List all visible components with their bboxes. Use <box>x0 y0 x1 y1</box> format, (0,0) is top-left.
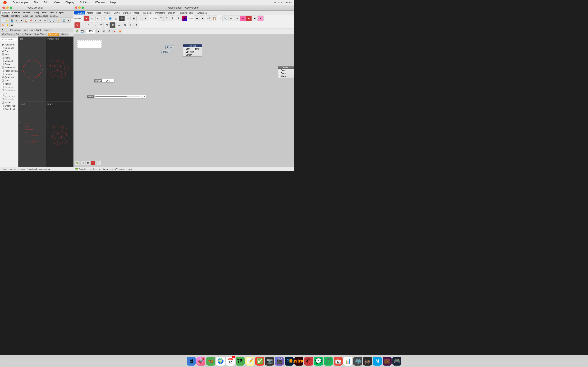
gh-menu-intersect[interactable]: Intersect <box>141 11 153 15</box>
gh-line-sdl-node[interactable]: Line SDL Start Line Direction <box>183 44 202 57</box>
tab-surface-tools[interactable]: Surface Tools <box>35 15 49 17</box>
gh-btn-stop[interactable]: ✕ <box>91 161 95 165</box>
tool-cut[interactable]: ✂ <box>19 18 24 23</box>
tool-zoom-out[interactable]: 🔎 <box>52 18 57 23</box>
tab-curve-tools[interactable]: Curve Tools <box>21 15 34 17</box>
gh-length-node[interactable]: length 70 ◇ <box>94 79 114 83</box>
snap-item-smarttrack[interactable]: SmartTrack <box>0 104 18 108</box>
tool-select[interactable]: 🖱 <box>43 18 47 23</box>
tool-circle-param[interactable]: ○ <box>89 16 95 21</box>
gh-point-param-1[interactable]: Point <box>165 45 174 49</box>
tool-num9[interactable]: 9 <box>128 22 133 28</box>
snap-item-on-curve[interactable]: On curve <box>0 85 18 89</box>
snap-item-tangent[interactable]: Tangent <box>0 72 18 76</box>
tool-copy[interactable]: 📋 <box>24 18 28 23</box>
tool-bbox[interactable]: ⊡ <box>104 22 110 28</box>
gh-length-stepper[interactable]: ◇ <box>109 80 111 82</box>
tool-curve-param[interactable]: ∿ <box>95 16 101 21</box>
snap-history[interactable]: History <box>59 33 69 36</box>
menu-file[interactable]: File <box>33 0 39 4</box>
tool-undo[interactable]: ↩ <box>33 18 38 23</box>
gh-menu-sets[interactable]: Sets <box>95 11 103 15</box>
gh-menu-panelingtools[interactable]: PanelingTools <box>177 11 194 15</box>
gh-menu-maths[interactable]: Maths <box>85 11 95 15</box>
gh-canvas-btn-flame[interactable]: 🔥 <box>118 29 122 33</box>
gh-point-param-2[interactable]: Point <box>161 50 170 54</box>
gh-menu-curve[interactable]: Curve <box>112 11 121 15</box>
tool-x2[interactable]: ✕ <box>74 22 80 28</box>
tool-point-param[interactable]: P <box>119 16 125 21</box>
tool-panel[interactable]: 📋 <box>212 16 217 21</box>
tool-box-param[interactable]: □ <box>137 16 143 21</box>
menu-view[interactable]: View <box>53 0 61 4</box>
apple-menu[interactable]: 🍎 <box>2 0 8 5</box>
sidebar-toggle[interactable]: ☰ <box>1 28 4 32</box>
tool-cluster[interactable]: 🔧 <box>222 16 228 21</box>
menu-solution[interactable]: Solution <box>79 0 91 4</box>
tab-cplanes[interactable]: CPlanes <box>11 11 21 14</box>
menu-grasshopper[interactable]: Grasshopper <box>11 0 29 4</box>
tool-arc[interactable]: ⌒ <box>80 22 86 28</box>
snap-smarttrack[interactable]: SmartTrack <box>33 33 47 36</box>
gh-length-value[interactable]: 70 ◇ <box>102 79 114 82</box>
snap-item-one-shot[interactable]: One shot <box>0 46 18 50</box>
tool-brep-param[interactable]: 🔷 <box>107 16 113 21</box>
menu-window[interactable]: Window <box>94 0 106 4</box>
tool-render[interactable]: 🎨 <box>0 23 5 27</box>
tool-mesh-param[interactable]: △ <box>113 16 119 21</box>
menu-help[interactable]: Help <box>109 0 117 4</box>
gh-menu-mesh[interactable]: Mesh <box>132 11 141 15</box>
tool-save[interactable]: 💾 <box>10 18 14 23</box>
snap-grid[interactable]: Grid Snap <box>1 33 14 36</box>
tab-visibility[interactable]: Visibility <box>0 15 10 17</box>
gh-btn-edit[interactable]: ✏ <box>96 161 101 165</box>
vp-btn-right[interactable]: Right <box>35 29 41 31</box>
gh-divide-node[interactable]: Divide Curve Count Kinks <box>278 66 294 78</box>
vp-btn-front[interactable]: Front <box>29 29 33 31</box>
tool-open[interactable]: 📂 <box>5 18 9 23</box>
tool-plane2[interactable]: ⊟ <box>122 22 127 28</box>
gh-zoom-dropdown[interactable]: ▾ <box>96 29 101 33</box>
gh-input-node[interactable] <box>77 40 102 48</box>
viewport-perspective[interactable]: Perspective <box>46 36 73 102</box>
tool-grid[interactable]: ⊞ <box>66 18 71 23</box>
snap-item-midpoint[interactable]: Midpoint <box>0 59 18 63</box>
tool-paste[interactable]: 📌 <box>29 18 33 23</box>
tool-vec2[interactable]: ⇒ <box>116 22 121 28</box>
gh-canvas-btn-color[interactable]: ● <box>112 29 117 33</box>
tool-text-param[interactable]: T <box>176 16 181 21</box>
viewport-front[interactable]: Front <box>18 102 46 167</box>
tool-color-param[interactable]: ● <box>182 16 187 21</box>
gh-btn-record[interactable]: ⬡ <box>80 161 85 165</box>
gh-minimize-button[interactable] <box>78 7 81 9</box>
layout-toggle[interactable]: □ <box>5 28 8 32</box>
vp-btn-perspective[interactable]: Perspective <box>10 29 21 31</box>
tool-toggle[interactable]: ⏎ <box>206 16 211 21</box>
vp-btn-layouts[interactable]: Layouts... <box>43 29 52 31</box>
snap-item-persistent[interactable]: Persistent <box>0 43 18 46</box>
tool-red-param[interactable]: ★ <box>246 16 252 21</box>
snap-item-quadrant[interactable]: Quadrant <box>0 76 18 79</box>
snap-item-on-surface[interactable]: On surface <box>0 89 18 92</box>
menu-edit[interactable]: Edit <box>43 0 49 4</box>
gh-menu-vector[interactable]: Vector <box>103 11 112 15</box>
gh-menu-surface[interactable]: Surface <box>121 11 132 15</box>
tab-setview[interactable]: Set View <box>21 11 31 14</box>
menu-display[interactable]: Display <box>64 0 75 4</box>
tab-select[interactable]: Select <box>41 11 48 14</box>
tool-line-param[interactable]: / <box>143 16 148 21</box>
tool-bool-param[interactable]: ⊤ <box>158 16 164 21</box>
tool-camera[interactable]: 📸 <box>10 23 14 27</box>
tool-pan[interactable]: ✋ <box>57 18 61 23</box>
gh-canvas[interactable]: Point Point Line SDL Start Line <box>73 34 294 167</box>
tool-surface-param[interactable]: ⬡ <box>101 16 107 21</box>
snap-item-vertex[interactable]: Vertex <box>0 82 18 85</box>
tool-hex[interactable]: ⬡ <box>98 22 104 28</box>
gh-canvas-btn-2[interactable]: 💾 <box>80 29 85 33</box>
tool-pink-dot[interactable]: • <box>258 16 264 21</box>
tab-display[interactable]: Display <box>32 11 40 14</box>
tool-relay[interactable]: → <box>234 16 240 21</box>
tool-slider[interactable]: ⊢ <box>194 16 199 21</box>
tool-plane-param[interactable]: ⊞ <box>131 16 137 21</box>
gh-btn-settings[interactable]: ⚙ <box>86 161 90 165</box>
